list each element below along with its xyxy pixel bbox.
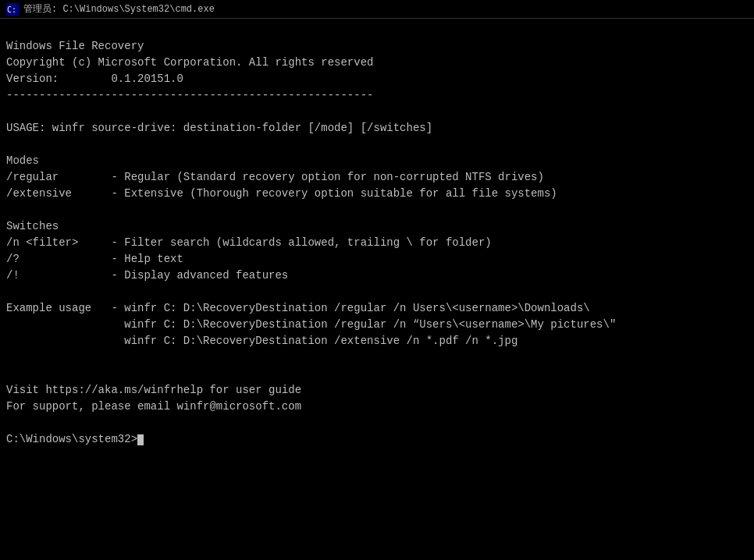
terminal-line (6, 349, 748, 366)
terminal-line: /n <filter> - Filter search (wildcards a… (6, 235, 748, 251)
cursor (137, 434, 144, 445)
terminal-line: C:\Windows\system32> (6, 431, 748, 448)
cmd-icon: C: (6, 3, 19, 16)
terminal-line: /extensive - Extensive (Thorough recover… (6, 186, 748, 202)
terminal-line (6, 366, 748, 382)
terminal-line: /regular - Regular (Standard recovery op… (6, 169, 748, 186)
terminal-line (6, 136, 748, 153)
terminal-line (6, 415, 748, 431)
terminal-line (6, 284, 748, 300)
terminal-body: Windows File RecoveryCopyright (c) Micro… (0, 19, 754, 451)
terminal-line: /! - Display advanced features (6, 268, 748, 284)
terminal-line (6, 202, 748, 218)
terminal-line: Modes (6, 153, 748, 169)
terminal-line: For support, please email winfr@microsof… (6, 399, 748, 415)
title-bar-text: 管理员: C:\Windows\System32\cmd.exe (23, 2, 215, 16)
terminal-line: /? - Help text (6, 251, 748, 268)
terminal-line: ----------------------------------------… (6, 87, 748, 104)
terminal-line: Visit https://aka.ms/winfrhelp for user … (6, 382, 748, 399)
terminal-line: Switches (6, 218, 748, 235)
terminal-line: USAGE: winfr source-drive: destination-f… (6, 120, 748, 136)
title-bar: C: 管理员: C:\Windows\System32\cmd.exe (0, 0, 754, 19)
terminal-line: Example usage - winfr C: D:\RecoveryDest… (6, 300, 748, 317)
terminal-line: winfr C: D:\RecoveryDestination /extensi… (6, 333, 748, 349)
svg-text:C:: C: (7, 5, 16, 14)
terminal-line: winfr C: D:\RecoveryDestination /regular… (6, 317, 748, 333)
terminal-line: Copyright (c) Microsoft Corporation. All… (6, 55, 748, 71)
terminal-line: Version: 0.1.20151.0 (6, 71, 748, 87)
terminal-line (6, 104, 748, 120)
terminal-line: Windows File Recovery (6, 38, 748, 55)
